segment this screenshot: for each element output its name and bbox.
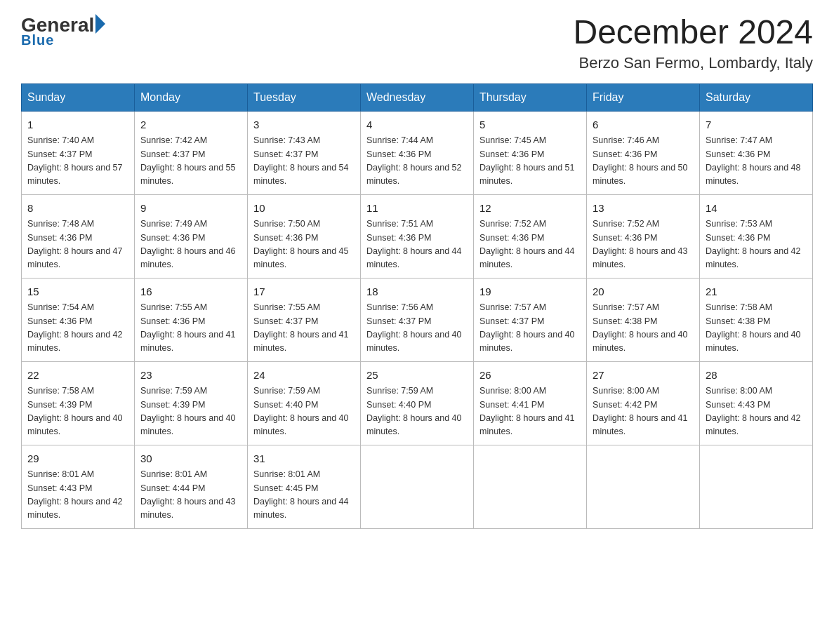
calendar-cell: 21Sunrise: 7:58 AMSunset: 4:38 PMDayligh…	[700, 278, 813, 361]
day-info: Sunrise: 7:46 AMSunset: 4:36 PMDaylight:…	[593, 134, 694, 189]
calendar-cell: 30Sunrise: 8:01 AMSunset: 4:44 PMDayligh…	[135, 445, 248, 528]
calendar-cell: 9Sunrise: 7:49 AMSunset: 4:36 PMDaylight…	[135, 194, 248, 278]
day-info: Sunrise: 7:52 AMSunset: 4:36 PMDaylight:…	[479, 217, 581, 272]
calendar-cell: 7Sunrise: 7:47 AMSunset: 4:36 PMDaylight…	[700, 111, 813, 194]
day-number: 2	[140, 117, 241, 133]
calendar-cell: 26Sunrise: 8:00 AMSunset: 4:41 PMDayligh…	[474, 361, 587, 445]
day-number: 31	[253, 451, 355, 467]
title-section: December 2024 Berzo San Fermo, Lombardy,…	[573, 14, 813, 72]
day-info: Sunrise: 7:42 AMSunset: 4:37 PMDaylight:…	[140, 134, 241, 189]
calendar-cell: 5Sunrise: 7:45 AMSunset: 4:36 PMDaylight…	[474, 111, 587, 194]
day-info: Sunrise: 7:57 AMSunset: 4:38 PMDaylight:…	[593, 301, 694, 356]
day-info: Sunrise: 7:40 AMSunset: 4:37 PMDaylight:…	[27, 134, 128, 189]
calendar-cell: 1Sunrise: 7:40 AMSunset: 4:37 PMDaylight…	[22, 111, 135, 194]
day-info: Sunrise: 7:43 AMSunset: 4:37 PMDaylight:…	[253, 134, 355, 189]
logo-triangle-icon	[95, 14, 105, 34]
day-info: Sunrise: 7:59 AMSunset: 4:39 PMDaylight:…	[140, 384, 241, 439]
calendar-cell	[474, 445, 587, 528]
calendar-cell: 25Sunrise: 7:59 AMSunset: 4:40 PMDayligh…	[361, 361, 474, 445]
day-number: 29	[27, 451, 128, 467]
day-info: Sunrise: 7:47 AMSunset: 4:36 PMDaylight:…	[706, 134, 807, 189]
calendar-cell: 29Sunrise: 8:01 AMSunset: 4:43 PMDayligh…	[22, 445, 135, 528]
day-number: 27	[593, 368, 694, 384]
day-number: 22	[27, 368, 128, 384]
day-number: 7	[706, 117, 807, 133]
day-number: 3	[253, 117, 355, 133]
calendar-cell: 22Sunrise: 7:58 AMSunset: 4:39 PMDayligh…	[22, 361, 135, 445]
day-number: 16	[140, 284, 241, 300]
calendar-week-4: 22Sunrise: 7:58 AMSunset: 4:39 PMDayligh…	[22, 361, 813, 445]
weekday-header-friday: Friday	[587, 83, 700, 111]
calendar-cell: 12Sunrise: 7:52 AMSunset: 4:36 PMDayligh…	[474, 194, 587, 278]
calendar-cell: 15Sunrise: 7:54 AMSunset: 4:36 PMDayligh…	[22, 278, 135, 361]
page-header: General Blue December 2024 Berzo San Fer…	[21, 14, 813, 72]
day-info: Sunrise: 7:58 AMSunset: 4:38 PMDaylight:…	[706, 301, 807, 356]
day-number: 14	[706, 201, 807, 217]
calendar-week-2: 8Sunrise: 7:48 AMSunset: 4:36 PMDaylight…	[22, 194, 813, 278]
calendar-cell: 2Sunrise: 7:42 AMSunset: 4:37 PMDaylight…	[135, 111, 248, 194]
day-number: 17	[253, 284, 355, 300]
calendar-cell: 3Sunrise: 7:43 AMSunset: 4:37 PMDaylight…	[248, 111, 361, 194]
weekday-header-thursday: Thursday	[474, 83, 587, 111]
calendar-cell: 13Sunrise: 7:52 AMSunset: 4:36 PMDayligh…	[587, 194, 700, 278]
day-number: 8	[27, 201, 128, 217]
day-info: Sunrise: 8:00 AMSunset: 4:41 PMDaylight:…	[479, 384, 581, 439]
calendar-cell: 10Sunrise: 7:50 AMSunset: 4:36 PMDayligh…	[248, 194, 361, 278]
day-number: 10	[253, 201, 355, 217]
day-info: Sunrise: 7:51 AMSunset: 4:36 PMDaylight:…	[366, 217, 468, 272]
day-info: Sunrise: 7:59 AMSunset: 4:40 PMDaylight:…	[253, 384, 355, 439]
day-number: 5	[479, 117, 581, 133]
day-info: Sunrise: 7:49 AMSunset: 4:36 PMDaylight:…	[140, 217, 241, 272]
calendar-cell: 27Sunrise: 8:00 AMSunset: 4:42 PMDayligh…	[587, 361, 700, 445]
day-info: Sunrise: 7:56 AMSunset: 4:37 PMDaylight:…	[366, 301, 468, 356]
day-info: Sunrise: 8:01 AMSunset: 4:43 PMDaylight:…	[27, 468, 128, 523]
calendar-cell: 19Sunrise: 7:57 AMSunset: 4:37 PMDayligh…	[474, 278, 587, 361]
calendar-cell	[700, 445, 813, 528]
calendar-cell: 8Sunrise: 7:48 AMSunset: 4:36 PMDaylight…	[22, 194, 135, 278]
day-number: 13	[593, 201, 694, 217]
day-number: 12	[479, 201, 581, 217]
calendar-cell: 24Sunrise: 7:59 AMSunset: 4:40 PMDayligh…	[248, 361, 361, 445]
day-number: 25	[366, 368, 468, 384]
calendar-week-5: 29Sunrise: 8:01 AMSunset: 4:43 PMDayligh…	[22, 445, 813, 528]
day-number: 28	[706, 368, 807, 384]
weekday-header-row: SundayMondayTuesdayWednesdayThursdayFrid…	[22, 83, 813, 111]
calendar-cell	[361, 445, 474, 528]
day-info: Sunrise: 7:54 AMSunset: 4:36 PMDaylight:…	[27, 301, 128, 356]
day-info: Sunrise: 7:52 AMSunset: 4:36 PMDaylight:…	[593, 217, 694, 272]
calendar-cell: 11Sunrise: 7:51 AMSunset: 4:36 PMDayligh…	[361, 194, 474, 278]
day-info: Sunrise: 7:53 AMSunset: 4:36 PMDaylight:…	[706, 217, 807, 272]
weekday-header-tuesday: Tuesday	[248, 83, 361, 111]
calendar-cell: 23Sunrise: 7:59 AMSunset: 4:39 PMDayligh…	[135, 361, 248, 445]
calendar-table: SundayMondayTuesdayWednesdayThursdayFrid…	[21, 83, 813, 529]
day-number: 6	[593, 117, 694, 133]
day-number: 15	[27, 284, 128, 300]
day-number: 19	[479, 284, 581, 300]
calendar-cell: 6Sunrise: 7:46 AMSunset: 4:36 PMDaylight…	[587, 111, 700, 194]
calendar-week-3: 15Sunrise: 7:54 AMSunset: 4:36 PMDayligh…	[22, 278, 813, 361]
day-info: Sunrise: 8:00 AMSunset: 4:42 PMDaylight:…	[593, 384, 694, 439]
weekday-header-wednesday: Wednesday	[361, 83, 474, 111]
calendar-cell: 28Sunrise: 8:00 AMSunset: 4:43 PMDayligh…	[700, 361, 813, 445]
day-info: Sunrise: 7:57 AMSunset: 4:37 PMDaylight:…	[479, 301, 581, 356]
day-number: 20	[593, 284, 694, 300]
day-info: Sunrise: 7:59 AMSunset: 4:40 PMDaylight:…	[366, 384, 468, 439]
day-number: 9	[140, 201, 241, 217]
logo: General Blue	[21, 14, 105, 48]
calendar-cell: 4Sunrise: 7:44 AMSunset: 4:36 PMDaylight…	[361, 111, 474, 194]
day-info: Sunrise: 7:45 AMSunset: 4:36 PMDaylight:…	[479, 134, 581, 189]
weekday-header-monday: Monday	[135, 83, 248, 111]
day-number: 11	[366, 201, 468, 217]
day-number: 4	[366, 117, 468, 133]
day-number: 23	[140, 368, 241, 384]
day-info: Sunrise: 7:44 AMSunset: 4:36 PMDaylight:…	[366, 134, 468, 189]
calendar-week-1: 1Sunrise: 7:40 AMSunset: 4:37 PMDaylight…	[22, 111, 813, 194]
subtitle: Berzo San Fermo, Lombardy, Italy	[573, 54, 813, 72]
day-info: Sunrise: 7:55 AMSunset: 4:36 PMDaylight:…	[140, 301, 241, 356]
day-number: 26	[479, 368, 581, 384]
calendar-cell: 31Sunrise: 8:01 AMSunset: 4:45 PMDayligh…	[248, 445, 361, 528]
day-number: 18	[366, 284, 468, 300]
day-number: 24	[253, 368, 355, 384]
weekday-header-sunday: Sunday	[22, 83, 135, 111]
day-info: Sunrise: 8:01 AMSunset: 4:45 PMDaylight:…	[253, 468, 355, 523]
